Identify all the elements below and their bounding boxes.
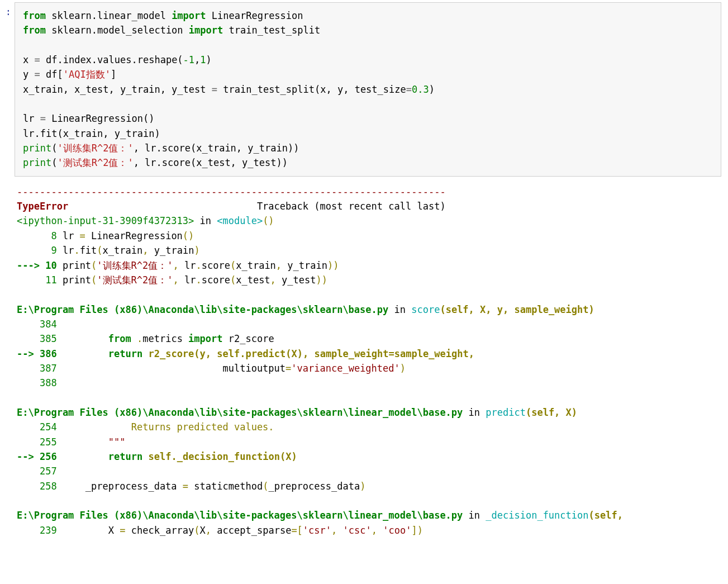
frame-path: E:\Program Files (x86)\Anaconda\lib\site… — [17, 304, 388, 315]
frame-path: E:\Program Files (x86)\Anaconda\lib\site… — [17, 407, 463, 418]
traceback-output: ----------------------------------------… — [0, 179, 728, 540]
frame-path: E:\Program Files (x86)\Anaconda\lib\site… — [17, 510, 463, 521]
frame-location: <ipython-input-31-3909f4372313> — [17, 215, 194, 226]
notebook-cell: : from sklearn.linear_model import Linea… — [0, 0, 728, 179]
error-separator: ----------------------------------------… — [17, 186, 446, 197]
code-input[interactable]: from sklearn.linear_model import LinearR… — [15, 2, 721, 177]
error-type: TypeError — [17, 201, 68, 212]
current-frame-arrow: ---> — [17, 260, 45, 271]
input-prompt: : — [0, 0, 13, 179]
code-content[interactable]: from sklearn.linear_model import LinearR… — [23, 8, 713, 170]
traceback-content: ----------------------------------------… — [17, 184, 721, 538]
